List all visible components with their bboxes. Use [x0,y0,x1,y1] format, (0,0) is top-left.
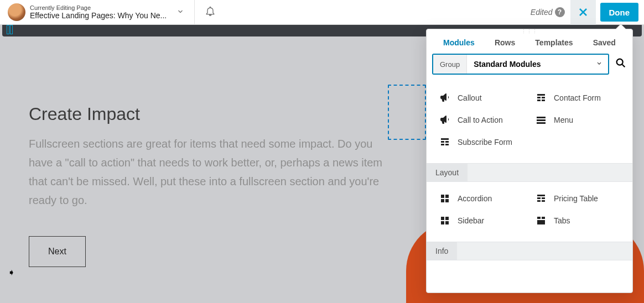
section-layout: Layout [427,163,632,182]
svg-point-0 [617,59,623,65]
module-call-to-action[interactable]: Call to Action [437,111,531,129]
divider [194,0,195,25]
menu-icon [535,114,547,126]
canvas-paragraph: Fullscreen sections are great for items … [29,134,383,210]
table-icon [439,137,451,148]
title-dropdown-caret[interactable] [176,8,184,17]
notifications-button[interactable] [205,6,216,19]
module-label: Accordion [458,194,492,203]
tab-modules[interactable]: Modules [443,38,475,47]
group-select[interactable]: Group Standard Modules [432,54,609,75]
tab-templates[interactable]: Templates [535,38,573,47]
module-label: Sidebar [458,216,484,225]
module-label: Subscribe Form [458,138,512,147]
close-icon [578,7,589,18]
module-pricing-table[interactable]: Pricing Table [533,190,627,207]
module-label: Tabs [554,216,570,225]
content-panel: ⋮⋮⋮ Modules Rows Templates Saved Group S… [426,29,633,293]
module-label: Contact Form [554,93,601,102]
tab-rows[interactable]: Rows [495,38,515,47]
chevron-down-icon [590,59,608,69]
search-button[interactable] [615,57,627,71]
editing-subtitle: Currently Editing Page [30,4,167,12]
page-title: Effective Landing Pages: Why You Ne... [30,11,167,20]
group-value: Standard Modules [467,60,590,69]
module-subscribe-form[interactable]: Subscribe Form [437,133,531,151]
bell-icon [205,6,216,17]
close-panel-button[interactable] [570,0,596,25]
panel-scroll[interactable]: CalloutContact FormCall to ActionMenuSub… [427,81,632,292]
bullhorn-icon [439,92,451,103]
module-label: Callout [458,93,482,102]
top-bar: Currently Editing Page Effective Landing… [0,0,644,25]
module-callout[interactable]: Callout [437,89,531,107]
module-tabs[interactable]: Tabs [533,212,627,229]
next-button[interactable]: Next [29,236,86,267]
search-icon [615,57,627,69]
section-info: Info [427,242,632,260]
title-area[interactable]: Currently Editing Page Effective Landing… [30,4,167,20]
arrow-icon: ➧ [8,267,15,278]
panel-arrow [616,24,626,29]
help-button[interactable]: ? [555,7,565,17]
edited-label: Edited [531,8,553,17]
module-label: Call to Action [458,116,503,124]
canvas-content: Create Impact Fullscreen sections are gr… [29,104,383,210]
done-button[interactable]: Done [600,3,639,22]
tabs-icon [535,215,547,226]
app-logo [8,3,25,21]
panel-drag-handle[interactable]: ⋮⋮⋮ [427,29,632,34]
canvas-heading: Create Impact [29,104,383,124]
chevron-down-icon [176,8,184,15]
module-menu[interactable]: Menu [533,111,627,129]
panel-tabs: Modules Rows Templates Saved [427,34,632,54]
module-contact-form[interactable]: Contact Form [533,89,627,107]
module-label: Menu [554,116,573,124]
module-accordion[interactable]: Accordion [437,190,531,207]
bullhorn-icon [439,114,451,126]
module-drop-zone[interactable] [388,85,426,140]
group-row: Group Standard Modules [427,54,632,81]
table-icon [535,193,547,204]
layout-icon [439,215,451,226]
module-label: Pricing Table [554,194,598,203]
group-label: Group [433,55,467,74]
tab-saved[interactable]: Saved [593,38,616,47]
module-sidebar[interactable]: Sidebar [437,212,531,229]
table-icon [535,92,547,103]
layout-icon [439,193,451,204]
